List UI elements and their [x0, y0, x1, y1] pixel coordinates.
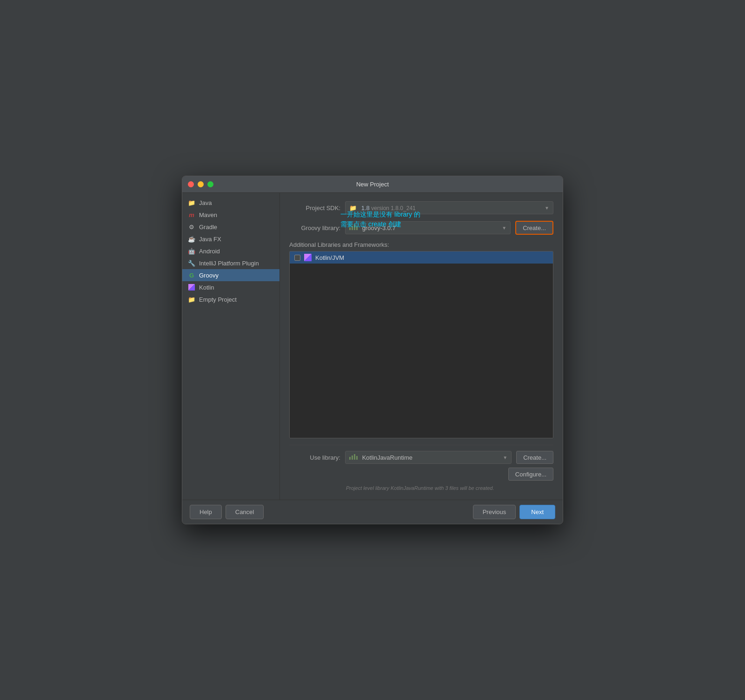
previous-button[interactable]: Previous [473, 505, 516, 519]
kotlin-jvm-checkbox[interactable] [294, 255, 300, 261]
empty-icon: 📁 [188, 296, 195, 303]
frameworks-section: Additional Libraries and Frameworks: Kot… [289, 241, 553, 438]
groovy-library-label: Groovy library: [289, 225, 340, 231]
minimize-button[interactable] [198, 181, 204, 187]
main-panel: Project SDK: 📁 1.8 version 1.8.0_241 ▼ 一… [280, 193, 563, 500]
sdk-label: Project SDK: [289, 205, 340, 211]
kotlin-jvm-icon [304, 254, 312, 261]
footer: Help Cancel Previous Next [182, 500, 563, 524]
sidebar-item-java[interactable]: 📁 Java [182, 197, 279, 209]
sidebar-item-label: Empty Project [199, 296, 237, 303]
frameworks-label: Additional Libraries and Frameworks: [289, 241, 553, 248]
footer-right: Previous Next [473, 505, 555, 519]
content-area: 📁 Java m Maven ⚙ Gradle ☕ Java FX 🤖 Andr… [182, 193, 563, 500]
framework-kotlin-jvm[interactable]: Kotlin/JVM [290, 251, 553, 264]
groovy-icon: G [188, 271, 195, 279]
configure-button[interactable]: Configure... [508, 468, 553, 481]
intellij-icon: 🔧 [188, 259, 195, 267]
groovy-library-value: groovy-3.0.7 [349, 225, 396, 231]
use-library-row: Use library: [289, 451, 553, 464]
java-icon: 📁 [188, 199, 195, 206]
kotlin-jvm-name: Kotlin/JVM [315, 254, 344, 261]
use-library-dropdown-arrow: ▼ [503, 455, 507, 460]
maximize-button[interactable] [207, 181, 213, 187]
window-title: New Project [356, 181, 389, 188]
sdk-dropdown-arrow: ▼ [545, 205, 549, 211]
sidebar-item-gradle[interactable]: ⚙ Gradle [182, 221, 279, 233]
configure-row: Configure... [289, 468, 553, 481]
status-text: Project level library KotlinJavaRuntime … [346, 485, 494, 491]
new-project-window: New Project 📁 Java m Maven ⚙ Gradle ☕ Ja… [182, 176, 563, 524]
sidebar-item-label: IntelliJ Platform Plugin [199, 260, 259, 267]
cancel-button[interactable]: Cancel [226, 505, 264, 519]
help-button[interactable]: Help [190, 505, 222, 519]
sidebar-item-groovy[interactable]: G Groovy [182, 269, 279, 281]
maven-icon: m [188, 211, 195, 218]
kotlin-runtime-bars-icon [349, 454, 358, 460]
groovy-library-select[interactable]: groovy-3.0.7 ▼ [345, 221, 511, 234]
groovy-library-row: Groovy library: groovy [289, 221, 553, 235]
groovy-bars-icon [349, 225, 358, 230]
create-library-button[interactable]: Create... [516, 451, 553, 464]
sidebar-item-android[interactable]: 🤖 Android [182, 245, 279, 257]
close-button[interactable] [188, 181, 194, 187]
sidebar-item-maven[interactable]: m Maven [182, 209, 279, 221]
sidebar-item-label: Java FX [199, 236, 221, 243]
sdk-select[interactable]: 📁 1.8 version 1.8.0_241 ▼ [345, 201, 553, 214]
main-panel-wrapper: Project SDK: 📁 1.8 version 1.8.0_241 ▼ 一… [280, 193, 563, 500]
sidebar-item-empty-project[interactable]: 📁 Empty Project [182, 293, 279, 305]
sdk-select-value: 📁 1.8 version 1.8.0_241 [349, 205, 416, 211]
next-button[interactable]: Next [519, 505, 555, 519]
sdk-row: Project SDK: 📁 1.8 version 1.8.0_241 ▼ [289, 201, 553, 214]
sidebar-item-label: Groovy [199, 272, 219, 279]
sidebar-item-label: Gradle [199, 224, 217, 231]
android-icon: 🤖 [188, 247, 195, 255]
javafx-icon: ☕ [188, 235, 195, 243]
sidebar-item-intellij-plugin[interactable]: 🔧 IntelliJ Platform Plugin [182, 257, 279, 269]
sidebar-item-label: Java [199, 199, 212, 206]
titlebar: New Project [182, 176, 563, 193]
sidebar-item-label: Kotlin [199, 284, 214, 291]
use-library-label: Use library: [289, 454, 340, 461]
sidebar-item-kotlin[interactable]: Kotlin [182, 281, 279, 293]
footer-left: Help Cancel [190, 505, 264, 519]
sidebar-item-label: Maven [199, 211, 217, 218]
use-library-value: KotlinJavaRuntime [349, 454, 412, 461]
bottom-section: Use library: [289, 445, 553, 491]
use-library-select[interactable]: KotlinJavaRuntime ▼ [345, 451, 512, 464]
frameworks-list: Kotlin/JVM [289, 251, 553, 438]
create-button[interactable]: Create... [515, 221, 553, 235]
groovy-library-dropdown-arrow: ▼ [502, 225, 506, 231]
window-controls [188, 181, 213, 187]
status-area: Project level library KotlinJavaRuntime … [346, 484, 553, 491]
sidebar-item-javafx[interactable]: ☕ Java FX [182, 233, 279, 245]
sidebar: 📁 Java m Maven ⚙ Gradle ☕ Java FX 🤖 Andr… [182, 193, 280, 500]
kotlin-icon [188, 284, 195, 291]
gradle-icon: ⚙ [188, 223, 195, 231]
sidebar-item-label: Android [199, 248, 220, 255]
